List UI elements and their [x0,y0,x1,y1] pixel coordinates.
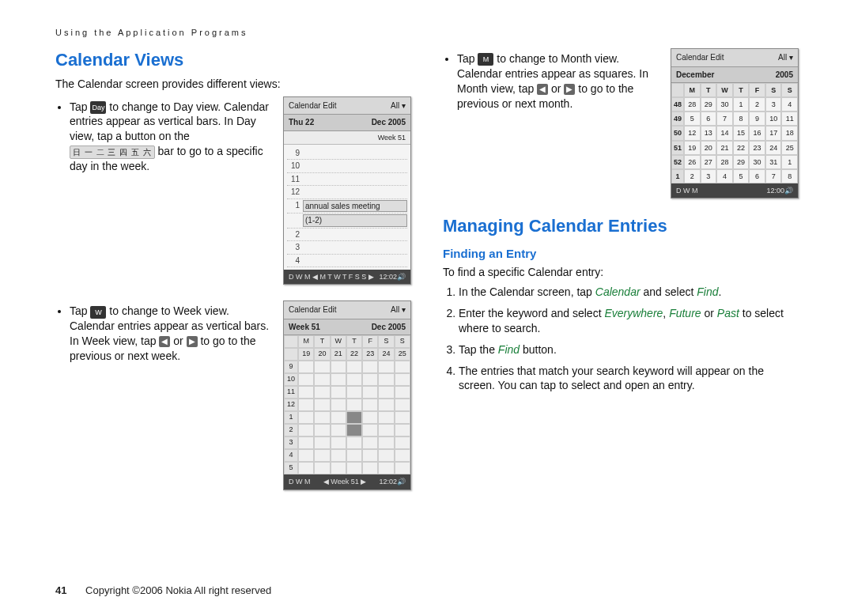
step-1: In the Calendar screen, tap Calendar and… [459,285,799,300]
right-column: Tap M to change to Month view. Calendar … [443,48,799,506]
arrow-right-icon: ▶ [564,84,575,95]
screenshot-month-view: Calendar EditAll ▾ December2005 MTWTFSS4… [671,48,799,198]
subheading-finding-entry: Finding an Entry [443,246,799,262]
arrow-right-icon: ▶ [187,336,198,347]
intro-finding: To find a specific Calendar entry: [443,265,799,280]
screenshot-week-view: Calendar EditAll ▾ Week 51Dec 2005 MTWTF… [283,300,411,489]
page-number: 41 [55,584,66,596]
arrow-left-icon: ◀ [537,84,548,95]
month-icon: M [478,53,493,66]
bullet-month: Tap M to change to Month view. Calendar … [457,51,663,111]
arrow-left-icon: ◀ [159,336,170,347]
intro-left: The Calendar screen provides different v… [55,77,411,92]
dayofweek-bar: 日 一 二 三 四 五 六 [70,145,155,160]
running-head: Using the Application Programs [55,28,799,37]
step-3: Tap the Find button. [459,342,799,357]
bullet-day: Tap Day to change to Day view. Calendar … [70,100,275,175]
week-icon: W [90,306,106,319]
copyright: Copyright ©2006 Nokia All right reserved [85,584,271,596]
page-footer: 41 Copyright ©2006 Nokia All right reser… [55,584,271,596]
left-column: Calendar Views The Calendar screen provi… [55,48,411,506]
step-2: Enter the keyword and select Everywhere,… [459,306,799,336]
day-icon: Day [90,101,106,114]
steps-finding: In the Calendar screen, tap Calendar and… [443,285,799,393]
heading-managing-entries: Managing Calendar Entries [443,214,799,238]
bullet-week: Tap W to change to Week view. Calendar e… [70,304,275,364]
screenshot-day-view: Calendar EditAll ▾ Thu 22Dec 2005 Week 5… [283,96,411,285]
step-4: The entries that match your search keywo… [459,364,799,394]
heading-calendar-views: Calendar Views [55,48,411,72]
